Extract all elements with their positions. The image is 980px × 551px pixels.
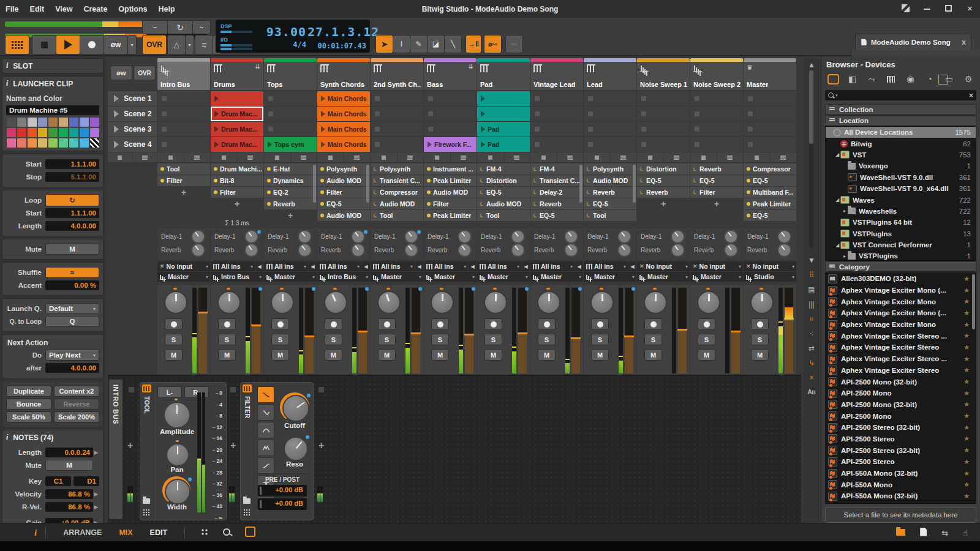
send-knob[interactable] xyxy=(191,230,205,244)
track-options-button[interactable] xyxy=(557,152,584,162)
track-options-button[interactable] xyxy=(344,152,371,162)
device-active-icon[interactable] xyxy=(427,190,431,194)
add-device-button[interactable]: + xyxy=(318,440,324,451)
clip-slot-empty[interactable] xyxy=(264,107,317,121)
device-bypassed-icon[interactable]: ☾ xyxy=(532,200,539,208)
mute-button[interactable]: M xyxy=(165,349,183,361)
device-chain-item[interactable]: ☾EQ-5 xyxy=(530,210,583,221)
clip-name-input[interactable]: Drum Machine #5 xyxy=(6,105,99,115)
send-knob[interactable] xyxy=(351,243,365,257)
arm-record-button[interactable] xyxy=(591,318,609,330)
clip-slot[interactable]: Main Chords xyxy=(317,137,370,152)
clip-slot-empty[interactable] xyxy=(264,122,317,137)
shuffle-toggle[interactable]: ≈ xyxy=(45,267,99,278)
key-low-field[interactable]: C1 xyxy=(45,476,71,486)
volume-fader[interactable] xyxy=(678,288,687,373)
device-chain-item[interactable]: Audio MOD xyxy=(317,175,370,186)
device-chain-item[interactable]: ☾FM-4 xyxy=(477,163,530,174)
track-header[interactable]: ⇊Drums xyxy=(211,58,263,90)
inspector-toggle-icon[interactable]: i xyxy=(34,528,37,538)
device-active-icon[interactable] xyxy=(747,202,750,206)
tree-expander-icon[interactable]: ▸ xyxy=(842,208,848,214)
device-chain-item[interactable]: Filter xyxy=(317,187,370,198)
color-swatch[interactable] xyxy=(38,138,47,148)
amplitude-knob[interactable] xyxy=(164,402,190,429)
output-select[interactable]: Master▾ xyxy=(371,272,423,282)
ab-compare-icon[interactable]: AB xyxy=(805,386,818,399)
volume-fader[interactable] xyxy=(465,288,473,373)
plugin-list-item[interactable]: Aphex Vintage Exciter Stereo★ xyxy=(826,365,976,377)
volume-fader-handle[interactable] xyxy=(677,329,687,331)
plugin-list-item[interactable]: API-2500 Mono★ xyxy=(826,410,976,422)
device-active-icon[interactable] xyxy=(214,167,217,171)
clip-slot-empty[interactable] xyxy=(690,107,743,121)
note-editor-toggle-icon[interactable] xyxy=(201,528,208,538)
accent-field[interactable]: 0.00 % xyxy=(45,280,99,290)
loop-start-field[interactable]: 1.1.1.00 xyxy=(45,208,99,218)
device-active-icon[interactable] xyxy=(320,167,324,171)
track-options-button[interactable] xyxy=(291,152,317,162)
scene-launch-2[interactable]: Scene 2 xyxy=(108,107,157,121)
mute-button[interactable]: M xyxy=(538,349,556,361)
device-chain-item[interactable]: Peak Limiter xyxy=(424,210,477,221)
track-options-button[interactable] xyxy=(451,152,477,162)
mute-button[interactable]: M xyxy=(484,349,502,361)
device-active-icon[interactable] xyxy=(427,167,431,171)
favorite-star-icon[interactable]: ★ xyxy=(963,366,976,374)
arm-record-button[interactable] xyxy=(484,318,502,330)
color-swatch[interactable] xyxy=(48,138,58,148)
pencil-tool-button[interactable]: ✎ xyxy=(410,35,428,53)
slot-section-header[interactable]: iSLOT xyxy=(2,58,104,73)
device-chain-item[interactable]: ☾EQ-5 xyxy=(637,175,690,186)
device-bypassed-icon[interactable]: ☾ xyxy=(585,165,592,173)
send-knob[interactable] xyxy=(564,243,578,257)
device-chain-item[interactable]: ☾Delay-2 xyxy=(530,187,583,198)
send-knob[interactable] xyxy=(511,243,525,257)
velocity-field[interactable]: 86.8 % xyxy=(45,489,93,499)
send-knob[interactable] xyxy=(777,243,791,257)
add-device-button[interactable]: + xyxy=(230,440,236,451)
send-knob[interactable] xyxy=(777,230,791,244)
favorite-star-icon[interactable]: ★ xyxy=(963,470,976,478)
duplicate-button[interactable]: Duplicate xyxy=(6,386,51,397)
input-select[interactable]: ✕No input▾ xyxy=(744,261,796,271)
crossfade-toggle-icon[interactable]: ⁖ xyxy=(805,327,818,340)
cutoff-knob[interactable] xyxy=(282,395,309,422)
plugin-list-item[interactable]: API-2500 Mono★ xyxy=(826,388,976,399)
device-active-icon[interactable] xyxy=(320,202,324,206)
automation-toggle-icon[interactable] xyxy=(223,528,230,538)
plugin-list-item[interactable]: Aphex Vintage Exciter Stereo ...★ xyxy=(826,353,976,365)
scene-launch-3[interactable]: Scene 3 xyxy=(108,122,157,137)
volume-fader-handle[interactable] xyxy=(624,335,634,337)
add-device-button[interactable]: + xyxy=(127,440,133,451)
volume-fader-handle[interactable] xyxy=(411,332,421,334)
monitor-button[interactable]: ◀ xyxy=(309,261,317,271)
favorite-star-icon[interactable]: ★ xyxy=(963,424,976,432)
scene-launch-1[interactable]: Scene 1 xyxy=(108,91,157,106)
device-enable-icon[interactable] xyxy=(243,384,252,392)
track-header[interactable]: Noise Sweep 1 xyxy=(637,58,690,90)
solo-button[interactable]: S xyxy=(165,334,183,345)
location-tree-item[interactable]: ▸VSTPlugins1 xyxy=(826,250,976,261)
send-knob[interactable] xyxy=(244,243,258,257)
device-chain-scrollbar[interactable] xyxy=(579,165,582,203)
track-header[interactable]: Synth Chords xyxy=(317,58,370,90)
device-chain-item[interactable]: Peak Limiter xyxy=(424,175,477,186)
device-bypassed-icon[interactable]: ☾ xyxy=(372,200,379,208)
clip-slot-empty[interactable] xyxy=(744,137,796,152)
location-tree-item[interactable]: ◢Waves722 xyxy=(826,194,976,205)
layout-tab-arrange[interactable]: ARRANGE xyxy=(55,528,110,537)
track-header[interactable]: Tops xyxy=(264,58,317,90)
arm-record-button[interactable] xyxy=(698,318,715,330)
volume-fader[interactable] xyxy=(785,288,793,373)
input-select[interactable]: All ins▾ xyxy=(211,261,255,271)
clip-slot[interactable]: Main Chords xyxy=(317,107,370,121)
device-active-icon[interactable] xyxy=(747,167,750,171)
location-tree-item[interactable]: VSTPlugIns13 xyxy=(826,228,976,239)
output-select[interactable]: Master▾ xyxy=(477,272,530,282)
scene-options-button[interactable] xyxy=(133,152,157,162)
tool-device[interactable]: TOOL L- R- Amplitude Pan Width xyxy=(140,382,227,520)
device-chain-item[interactable]: Polysynth xyxy=(317,163,370,174)
color-swatch[interactable] xyxy=(17,118,26,127)
device-chain-item[interactable]: ☾Tool xyxy=(371,210,423,221)
